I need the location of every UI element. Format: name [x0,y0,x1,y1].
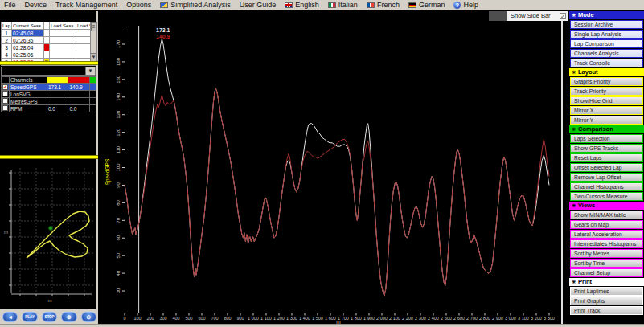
sidebar-item-print-laptimes[interactable]: Print Laptimes [570,287,643,296]
rewind-button[interactable]: ◄ [2,312,18,322]
italy-flag-icon [328,2,336,8]
channel-row-rpm[interactable]: RPM0.00.0 [2,105,96,112]
collapse-icon[interactable]: ✳ [572,125,576,133]
sidebar-item-gears-on-map[interactable]: Gears on Map [570,220,643,229]
show-side-bar-checkbox[interactable]: ✓ [560,13,566,19]
svg-text:2 200: 2 200 [402,316,413,321]
sidebar-section-layout[interactable]: ✳Layout [569,68,644,76]
channel-name[interactable]: MetresGPS [10,98,47,105]
menu-lang-german[interactable]: German [408,1,445,9]
lap-table-scrollbar[interactable]: ≡ ▼ [90,22,97,62]
lap-row[interactable]: 202:26.36 [2,37,96,44]
zoom-out-button[interactable]: ⊖ [81,312,96,322]
sidebar-item-intermediates-histograms[interactable]: Intermediates Histograms [570,239,643,248]
lap-row[interactable]: 302:28.04 [2,44,96,51]
channel-checkbox[interactable] [2,91,8,96]
sidebar-item-show-min-max-table[interactable]: Show MIN/MAX table [570,211,643,219]
channel-row-speedgps[interactable]: ✓SpeedGPS173.1140.9 [2,84,96,91]
channel-name[interactable]: RPM [10,105,47,112]
sidebar-item-print-track[interactable]: Print Track [570,306,643,315]
collapse-icon[interactable]: ✳ [572,202,576,210]
sidebar-section-mode[interactable]: ✳Mode [569,11,644,19]
stop-button[interactable]: STOP [42,312,57,322]
sidebar-item-mirror-y[interactable]: Mirror Y [570,116,643,125]
yellow-divider-bottom [0,155,98,159]
menu-simplified-analysis[interactable]: Simplified Analysis [160,1,231,9]
sidebar-item-session-archive[interactable]: Session Archive [570,20,643,29]
sidebar-item-two-cursors-measure[interactable]: Two Cursors Measure [570,192,643,201]
channel-checkbox[interactable] [2,105,8,111]
menu-device[interactable]: Device [25,1,47,9]
svg-text:3 300: 3 300 [544,316,555,321]
channel-checkbox-cell[interactable] [2,98,10,105]
channel-row-metresgps[interactable]: MetresGPS [2,98,96,105]
channel-value-reference: 140.9 [68,84,90,91]
menu-user-guide[interactable]: User Guide [240,1,277,9]
sidebar-item-lateral-acceleration[interactable]: Lateral Acceleration [570,230,643,239]
lap-time[interactable]: 02:26.36 [12,37,44,44]
menu-device-label: Device [25,1,47,9]
sidebar-item-channels-analysis[interactable]: Channels Analysis [570,49,643,58]
sidebar-section-comparison[interactable]: ✳Comparison [569,125,644,133]
combobox-dropdown-icon[interactable]: ▼ [85,67,95,75]
play-button[interactable]: PLAY [22,312,37,322]
sidebar-item-reset-laps[interactable]: Reset Laps [570,153,643,162]
sidebar: ✳ModeSession ArchiveSingle Lap AnalysisL… [569,11,644,324]
svg-text:200: 200 [146,316,154,321]
scrollbar-down-arrow-icon[interactable]: ▼ [91,53,96,61]
zoom-in-button[interactable]: ⊕ [61,312,76,322]
sidebar-item-remove-lap-offset[interactable]: Remove Lap Offset [570,173,643,182]
lap-time[interactable]: 02:28.04 [12,44,44,51]
channel-checkbox[interactable] [2,98,8,104]
sidebar-item-track-priority[interactable]: Track Priority [570,87,643,96]
sidebar-item-lap-comparison[interactable]: Lap Comparison [570,39,643,48]
channel-table[interactable]: Channels✓SpeedGPS173.1140.9LonSVGMetresG… [1,76,96,112]
collapse-icon[interactable]: ✳ [572,68,576,76]
channel-checkbox-cell[interactable] [2,91,10,98]
lap-row[interactable]: 402:25.06 [2,51,96,59]
menu-lang-italian[interactable]: Italian [328,1,358,9]
sidebar-item-sort-by-time[interactable]: Sort by Time [570,259,643,268]
channel-checkbox[interactable]: ✓ [2,84,8,90]
channel-checkbox-cell[interactable] [2,105,10,112]
show-side-bar-toggle[interactable]: Show Side Bar ✓ [507,11,568,21]
lap-selector-combobox[interactable]: ▼ [1,67,96,76]
sidebar-section-views[interactable]: ✳Views [569,202,644,210]
sidebar-item-channel-histograms[interactable]: Channel Histograms [570,182,643,191]
sidebar-item-mirror-x[interactable]: Mirror X [570,106,643,115]
sidebar-item-print-graphs[interactable]: Print Graphs [570,296,643,305]
svg-text:100: 100 [133,316,141,321]
channel-name[interactable]: LonSVG [10,91,47,98]
svg-text:50: 50 [116,252,121,258]
scrollbar-thumb[interactable]: ≡ [91,22,96,31]
channel-checkbox-cell[interactable]: ✓ [2,84,10,91]
lap-time[interactable]: 02:45.08 [12,30,44,37]
channel-name[interactable]: SpeedGPS [10,84,47,91]
sidebar-item-laps-selection[interactable]: Laps Selection [570,134,643,143]
lap-row[interactable]: 102:45.08 [2,30,96,37]
menu-track-management[interactable]: Track Management [55,1,117,9]
collapse-icon[interactable]: ✳ [572,11,576,19]
sidebar-item-sort-by-metres[interactable]: Sort by Metres [570,249,643,258]
menu-help[interactable]: ?Help [453,1,478,9]
menu-lang-english[interactable]: English [285,1,319,9]
svg-text:2 400: 2 400 [428,316,439,321]
sidebar-item-track-consolle[interactable]: Track Consolle [570,59,643,67]
menu-file[interactable]: File [4,1,16,9]
sidebar-item-show-gps-tracks[interactable]: Show GPS Tracks [570,144,643,153]
speed-distance-chart[interactable]: 3040506070809010011012013014015016017001… [100,11,560,324]
sidebar-section-print[interactable]: ✳Print [569,278,644,286]
track-map[interactable]: mm [2,160,96,308]
sidebar-item-graphs-priority[interactable]: Graphs Priority [570,77,643,86]
menu-lang-french[interactable]: French [367,1,400,9]
sidebar-item-offset-selected-lap[interactable]: Offset Selected Lap [570,163,643,172]
sidebar-item-channel-setup[interactable]: Channel Setup [570,268,643,277]
channel-row-lonsvg[interactable]: LonSVG [2,91,96,98]
lap-time[interactable]: 02:25.06 [12,51,44,59]
collapse-icon[interactable]: ✳ [572,278,576,286]
sidebar-item-single-lap-analysis[interactable]: Single Lap Analysis [570,30,643,39]
lap-table[interactable]: LapCurrent Sess.Load Sess.Load Se102:45.… [1,22,96,66]
menu-options[interactable]: Options [126,1,151,9]
sidebar-item-show-hide-grid[interactable]: Show/Hide Grid [570,96,643,105]
channel-value-reference: 0.0 [68,105,90,112]
